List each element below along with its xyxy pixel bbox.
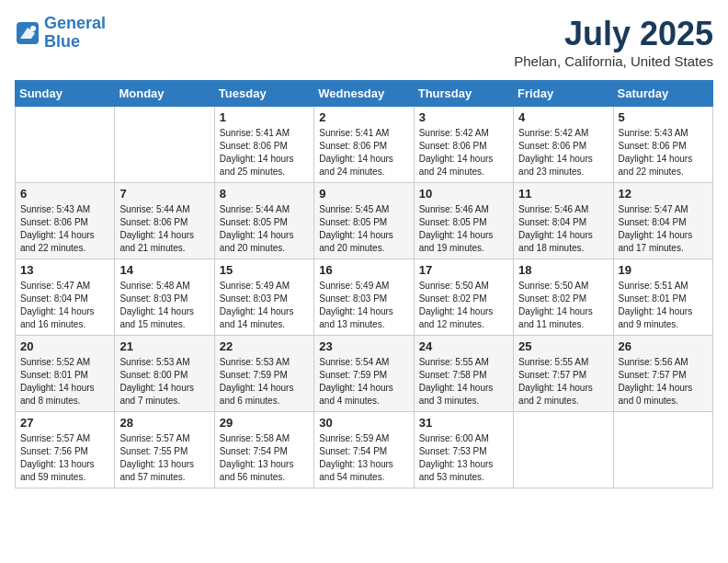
- calendar-header-row: SundayMondayTuesdayWednesdayThursdayFrid…: [16, 81, 713, 107]
- calendar-cell: 18Sunrise: 5:50 AM Sunset: 8:02 PM Dayli…: [514, 259, 613, 336]
- day-number: 5: [619, 110, 708, 124]
- calendar-cell: 23Sunrise: 5:54 AM Sunset: 7:59 PM Dayli…: [314, 336, 414, 412]
- calendar-cell: 4Sunrise: 5:42 AM Sunset: 8:06 PM Daylig…: [514, 107, 613, 183]
- day-info: Sunrise: 5:55 AM Sunset: 7:58 PM Dayligh…: [419, 356, 508, 408]
- day-info: Sunrise: 5:58 AM Sunset: 7:54 PM Dayligh…: [220, 432, 309, 484]
- title-block: July 2025 Phelan, California, United Sta…: [514, 15, 713, 69]
- day-info: Sunrise: 5:53 AM Sunset: 7:59 PM Dayligh…: [220, 356, 309, 408]
- calendar-cell: 27Sunrise: 5:57 AM Sunset: 7:56 PM Dayli…: [16, 412, 115, 488]
- calendar-cell: 10Sunrise: 5:46 AM Sunset: 8:05 PM Dayli…: [414, 183, 513, 259]
- page-header: General Blue July 2025 Phelan, Californi…: [15, 15, 713, 69]
- day-number: 31: [419, 416, 508, 430]
- day-number: 26: [619, 339, 708, 353]
- weekday-header: Sunday: [16, 81, 115, 107]
- calendar-week-row: 6Sunrise: 5:43 AM Sunset: 8:06 PM Daylig…: [16, 183, 713, 259]
- calendar-week-row: 13Sunrise: 5:47 AM Sunset: 8:04 PM Dayli…: [16, 259, 713, 336]
- day-info: Sunrise: 5:53 AM Sunset: 8:00 PM Dayligh…: [119, 356, 209, 408]
- logo-line2: Blue: [44, 32, 80, 51]
- logo-text: General Blue: [44, 15, 106, 52]
- day-number: 19: [619, 263, 708, 277]
- calendar-cell: 8Sunrise: 5:44 AM Sunset: 8:05 PM Daylig…: [214, 183, 313, 259]
- day-number: 17: [419, 263, 508, 277]
- logo-icon: [15, 20, 40, 46]
- day-number: 12: [619, 187, 708, 201]
- day-info: Sunrise: 5:49 AM Sunset: 8:03 PM Dayligh…: [220, 280, 309, 331]
- calendar-cell: 16Sunrise: 5:49 AM Sunset: 8:03 PM Dayli…: [314, 259, 414, 336]
- day-number: 18: [518, 263, 608, 277]
- calendar-cell: 7Sunrise: 5:44 AM Sunset: 8:06 PM Daylig…: [115, 183, 214, 259]
- day-number: 13: [20, 263, 109, 277]
- calendar-cell: 1Sunrise: 5:41 AM Sunset: 8:06 PM Daylig…: [214, 107, 313, 183]
- day-info: Sunrise: 5:42 AM Sunset: 8:06 PM Dayligh…: [419, 127, 508, 178]
- day-number: 24: [419, 339, 508, 353]
- calendar-cell: 30Sunrise: 5:59 AM Sunset: 7:54 PM Dayli…: [314, 412, 414, 488]
- calendar-week-row: 20Sunrise: 5:52 AM Sunset: 8:01 PM Dayli…: [16, 336, 713, 412]
- calendar-cell: 19Sunrise: 5:51 AM Sunset: 8:01 PM Dayli…: [613, 259, 712, 336]
- day-info: Sunrise: 6:00 AM Sunset: 7:53 PM Dayligh…: [419, 432, 508, 484]
- month-title: July 2025: [514, 15, 713, 53]
- day-number: 25: [518, 339, 608, 353]
- calendar-cell: 17Sunrise: 5:50 AM Sunset: 8:02 PM Dayli…: [414, 259, 513, 336]
- weekday-header: Thursday: [414, 81, 513, 107]
- calendar-cell: 12Sunrise: 5:47 AM Sunset: 8:04 PM Dayli…: [613, 183, 712, 259]
- day-number: 3: [419, 110, 508, 124]
- weekday-header: Wednesday: [314, 81, 414, 107]
- day-number: 11: [518, 187, 608, 201]
- day-number: 28: [119, 416, 209, 430]
- calendar-cell: [613, 412, 712, 488]
- day-number: 1: [220, 110, 309, 124]
- calendar-cell: 13Sunrise: 5:47 AM Sunset: 8:04 PM Dayli…: [16, 259, 115, 336]
- day-info: Sunrise: 5:52 AM Sunset: 8:01 PM Dayligh…: [20, 356, 109, 408]
- day-info: Sunrise: 5:47 AM Sunset: 8:04 PM Dayligh…: [619, 203, 708, 255]
- day-info: Sunrise: 5:41 AM Sunset: 8:06 PM Dayligh…: [319, 127, 408, 178]
- day-info: Sunrise: 5:50 AM Sunset: 8:02 PM Dayligh…: [518, 280, 608, 331]
- calendar-cell: [16, 107, 115, 183]
- day-number: 8: [220, 187, 309, 201]
- calendar-week-row: 1Sunrise: 5:41 AM Sunset: 8:06 PM Daylig…: [16, 107, 713, 183]
- day-number: 22: [220, 339, 309, 353]
- calendar-cell: 3Sunrise: 5:42 AM Sunset: 8:06 PM Daylig…: [414, 107, 513, 183]
- weekday-header: Tuesday: [214, 81, 313, 107]
- location-title: Phelan, California, United States: [514, 53, 713, 69]
- day-info: Sunrise: 5:49 AM Sunset: 8:03 PM Dayligh…: [319, 280, 408, 331]
- day-info: Sunrise: 5:41 AM Sunset: 8:06 PM Dayligh…: [220, 127, 309, 178]
- day-number: 20: [20, 339, 109, 353]
- calendar-cell: 24Sunrise: 5:55 AM Sunset: 7:58 PM Dayli…: [414, 336, 513, 412]
- day-number: 23: [319, 339, 408, 353]
- day-info: Sunrise: 5:48 AM Sunset: 8:03 PM Dayligh…: [119, 280, 209, 331]
- weekday-header: Friday: [514, 81, 613, 107]
- calendar-cell: 22Sunrise: 5:53 AM Sunset: 7:59 PM Dayli…: [214, 336, 313, 412]
- day-info: Sunrise: 5:57 AM Sunset: 7:56 PM Dayligh…: [20, 432, 109, 484]
- logo-line1: General: [44, 14, 106, 32]
- weekday-header: Saturday: [613, 81, 712, 107]
- day-info: Sunrise: 5:43 AM Sunset: 8:06 PM Dayligh…: [20, 203, 109, 255]
- day-number: 15: [220, 263, 309, 277]
- calendar-cell: 11Sunrise: 5:46 AM Sunset: 8:04 PM Dayli…: [514, 183, 613, 259]
- day-number: 9: [319, 187, 408, 201]
- calendar-cell: 29Sunrise: 5:58 AM Sunset: 7:54 PM Dayli…: [214, 412, 313, 488]
- calendar-cell: 21Sunrise: 5:53 AM Sunset: 8:00 PM Dayli…: [115, 336, 214, 412]
- day-number: 4: [518, 110, 608, 124]
- day-info: Sunrise: 5:51 AM Sunset: 8:01 PM Dayligh…: [619, 280, 708, 331]
- day-number: 6: [20, 187, 109, 201]
- day-info: Sunrise: 5:46 AM Sunset: 8:04 PM Dayligh…: [518, 203, 608, 255]
- day-number: 16: [319, 263, 408, 277]
- calendar-cell: 9Sunrise: 5:45 AM Sunset: 8:05 PM Daylig…: [314, 183, 414, 259]
- calendar-cell: 14Sunrise: 5:48 AM Sunset: 8:03 PM Dayli…: [115, 259, 214, 336]
- logo: General Blue: [15, 15, 106, 52]
- day-number: 10: [419, 187, 508, 201]
- calendar-cell: 26Sunrise: 5:56 AM Sunset: 7:57 PM Dayli…: [613, 336, 712, 412]
- day-number: 21: [119, 339, 209, 353]
- day-info: Sunrise: 5:47 AM Sunset: 8:04 PM Dayligh…: [20, 280, 109, 331]
- day-info: Sunrise: 5:44 AM Sunset: 8:06 PM Dayligh…: [119, 203, 209, 255]
- calendar-cell: 25Sunrise: 5:55 AM Sunset: 7:57 PM Dayli…: [514, 336, 613, 412]
- svg-point-2: [30, 26, 36, 31]
- calendar-cell: [115, 107, 214, 183]
- day-number: 7: [119, 187, 209, 201]
- day-number: 2: [319, 110, 408, 124]
- day-info: Sunrise: 5:43 AM Sunset: 8:06 PM Dayligh…: [619, 127, 708, 178]
- weekday-header: Monday: [115, 81, 214, 107]
- day-number: 14: [119, 263, 209, 277]
- day-info: Sunrise: 5:45 AM Sunset: 8:05 PM Dayligh…: [319, 203, 408, 255]
- day-info: Sunrise: 5:54 AM Sunset: 7:59 PM Dayligh…: [319, 356, 408, 408]
